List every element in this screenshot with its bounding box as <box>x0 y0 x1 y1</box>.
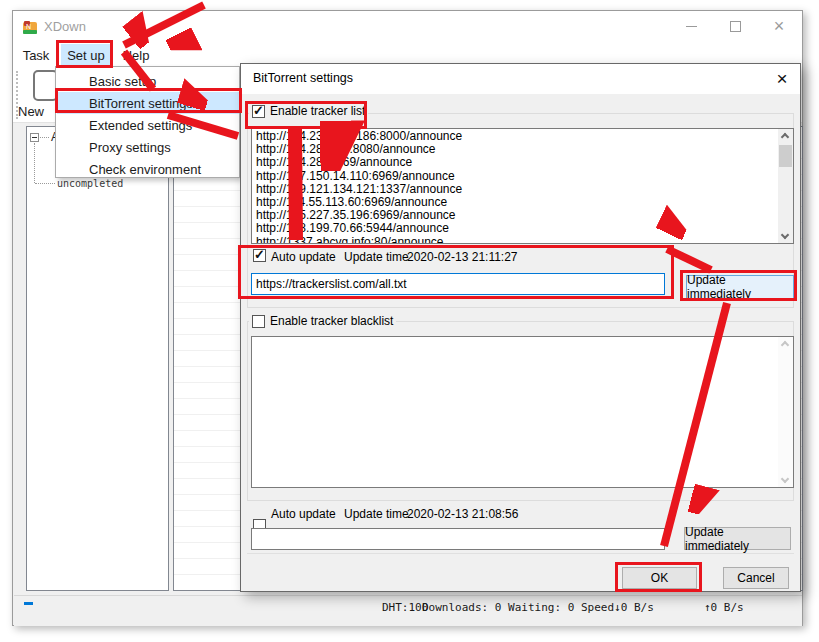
tree-connector <box>35 183 55 184</box>
scrollbar-thumb[interactable] <box>779 145 792 167</box>
minimize-icon <box>686 26 697 27</box>
dialog-title-bar: BitTorrent settings × <box>241 64 800 94</box>
tracker-url: http://128.199.70.66:5944/announce <box>256 222 776 235</box>
menu-item-extended-settings[interactable]: Extended settings <box>57 114 239 136</box>
menu-item-proxy-settings[interactable]: Proxy settings <box>57 136 239 158</box>
close-icon: × <box>774 16 785 37</box>
task-tree-panel: A uncompleted <box>26 126 169 591</box>
enable-tracker-list-checkbox[interactable] <box>252 105 265 118</box>
scroll-down-icon[interactable] <box>781 231 789 239</box>
scroll-up-icon[interactable] <box>781 341 789 349</box>
tracker-url: http://104.28.16.69/announce <box>256 156 776 169</box>
footer-separator <box>247 553 794 554</box>
blacklist-update-time-label: Update time <box>344 507 409 521</box>
menu-setup[interactable]: Set up <box>61 44 111 66</box>
tree-connector <box>40 137 49 138</box>
menu-task[interactable]: Task <box>17 44 55 66</box>
minimize-button[interactable] <box>676 11 706 41</box>
tracker-url: http://107.150.14.110:6969/announce <box>256 170 776 183</box>
menu-item-check-environment[interactable]: Check environment <box>57 158 239 180</box>
dialog-close-button[interactable]: × <box>768 67 796 91</box>
blacklist-url-input[interactable] <box>251 528 665 550</box>
enable-tracker-blacklist-row: Enable tracker blacklist <box>249 312 396 330</box>
menu-item-basic-setup[interactable]: Basic setup <box>57 70 239 92</box>
svg-text:N: N <box>26 23 31 30</box>
cancel-button[interactable]: Cancel <box>723 567 789 589</box>
new-task-button[interactable]: New <box>18 104 44 119</box>
dialog-title: BitTorrent settings <box>253 71 353 85</box>
tracker-urls: http://104.238.198.186:8000/announce htt… <box>256 130 776 244</box>
status-bar: DHT:100 Downloads: 0 Waiting: 0 Speed↓0 … <box>14 595 802 626</box>
tree-collapse-icon[interactable] <box>30 133 39 142</box>
scrollbar[interactable] <box>778 337 793 487</box>
maximize-button[interactable] <box>720 11 750 41</box>
enable-tracker-list-row: Enable tracker list <box>249 102 368 120</box>
tracker-url: http://1337.abcvg.info:80/announce <box>256 236 776 244</box>
tracker-url-list[interactable]: http://104.238.198.186:8000/announce htt… <box>251 128 794 244</box>
enable-tracker-list-label: Enable tracker list <box>270 104 365 118</box>
tracker-list-url-input[interactable] <box>251 273 665 295</box>
menu-help[interactable]: Help <box>117 44 155 66</box>
app-icon: N <box>22 20 38 36</box>
blacklist-update-immediately-button[interactable]: Update immediately <box>684 527 791 550</box>
window-title: XDown <box>44 19 86 34</box>
screenshot-stage: N XDown × Task Set up Help <box>0 0 819 642</box>
tree-connector <box>34 143 35 183</box>
status-blue-dash <box>24 602 33 605</box>
setup-dropdown-menu: Basic setup BitTorrent settings Extended… <box>55 66 240 178</box>
menu-item-bittorrent-settings[interactable]: BitTorrent settings <box>57 92 239 114</box>
tracker-update-immediately-button[interactable]: Update immediately <box>686 275 794 299</box>
tracker-update-time-label: Update time <box>344 250 409 264</box>
scroll-up-icon[interactable] <box>781 133 789 141</box>
scrollbar[interactable] <box>778 129 793 243</box>
maximize-icon <box>730 21 741 32</box>
status-downloads: Downloads: 0 Waiting: 0 <box>422 601 574 614</box>
ok-button[interactable]: OK <box>622 567 697 589</box>
scroll-down-icon[interactable] <box>781 475 789 483</box>
tracker-auto-update-label: Auto update <box>271 250 336 264</box>
tracker-blacklist-textarea[interactable] <box>251 336 794 488</box>
tracker-auto-update-checkbox[interactable] <box>253 249 266 262</box>
close-button[interactable]: × <box>764 11 794 41</box>
status-speed-up: ↑0 B/s <box>704 601 744 614</box>
tracker-update-time-value: 2020-02-13 21:11:27 <box>407 250 518 264</box>
close-icon: × <box>776 68 787 90</box>
title-bar: N XDown × <box>13 11 802 43</box>
enable-tracker-blacklist-label: Enable tracker blacklist <box>270 314 393 328</box>
enable-tracker-blacklist-checkbox[interactable] <box>252 315 265 328</box>
blacklist-auto-update-label: Auto update <box>271 507 336 521</box>
blacklist-update-time-value: 2020-02-13 21:08:56 <box>407 507 518 521</box>
bittorrent-settings-dialog: BitTorrent settings × Enable tracker lis… <box>240 63 801 592</box>
status-speed-down: Speed↓0 B/s <box>581 601 654 614</box>
